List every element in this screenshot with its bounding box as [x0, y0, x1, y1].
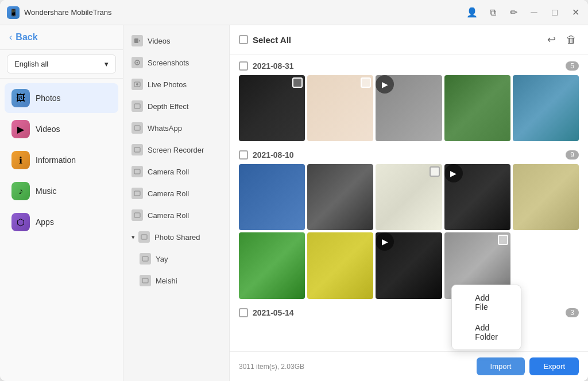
videos-nav-icon: ▶: [11, 120, 30, 138]
date-checkbox-1[interactable]: [239, 61, 248, 71]
photo-shared-expand-icon: ▾: [131, 234, 135, 241]
import-button[interactable]: Import: [477, 357, 525, 375]
date-header-1: 2021-08-31 5: [239, 61, 579, 71]
sidebar-item-music[interactable]: ♪ Music: [5, 176, 118, 206]
photo-thumb[interactable]: [307, 232, 373, 298]
context-menu: Add File Add Folder: [451, 285, 521, 350]
apps-nav-icon: ⬡: [11, 213, 30, 231]
middle-label-camera-roll-3: Camera Roll: [148, 211, 189, 220]
photo-checkbox[interactable]: [361, 77, 371, 88]
screen-recorder-middle-icon: [131, 144, 143, 155]
photo-grid-2b: ▶: [239, 232, 579, 298]
back-label: Back: [16, 32, 37, 42]
photo-thumb[interactable]: [513, 164, 579, 230]
date-header-3: 2021-05-14 3: [239, 308, 579, 317]
add-file-menu-item[interactable]: Add File: [452, 287, 521, 317]
date-section-2: 2021-08-10 9 ▶: [239, 150, 579, 298]
add-folder-menu-item[interactable]: Add Folder: [452, 317, 521, 347]
back-arrow-icon: ‹: [9, 32, 12, 42]
middle-item-camera-roll-1[interactable]: Camera Roll: [123, 161, 229, 182]
middle-item-yay[interactable]: Yay: [131, 248, 229, 270]
date-label-3: 2021-05-14: [253, 308, 294, 317]
photo-thumb[interactable]: [239, 75, 305, 141]
edit-icon[interactable]: ✏: [508, 7, 519, 18]
sidebar-nav: 🖼 Photos ▶ Videos ℹ Information ♪ Music …: [0, 79, 123, 242]
sidebar-item-apps[interactable]: ⬡ Apps: [5, 207, 118, 237]
photo-thumb[interactable]: [376, 164, 442, 230]
close-button[interactable]: ✕: [570, 7, 581, 18]
middle-item-photo-shared[interactable]: ▾ Photo Shared: [123, 226, 229, 248]
select-all-checkbox[interactable]: [239, 35, 248, 44]
svg-point-3: [137, 62, 138, 64]
middle-label-yay: Yay: [156, 255, 168, 263]
export-button[interactable]: Export: [529, 357, 579, 375]
photo-thumb[interactable]: ▶: [376, 232, 442, 298]
middle-item-live-photos[interactable]: Live Photos: [123, 73, 229, 95]
maximize-button[interactable]: □: [549, 7, 560, 18]
photo-checkbox[interactable]: [430, 166, 440, 177]
svg-point-5: [136, 83, 138, 85]
language-dropdown-container: English all ▾: [0, 50, 123, 79]
minimize-button[interactable]: ─: [528, 7, 540, 18]
delete-button[interactable]: 🗑: [564, 31, 579, 48]
svg-rect-7: [134, 126, 140, 130]
footer-info: 3011 item(s), 2.03GB: [239, 363, 304, 371]
photo-grid-1: ▶: [239, 75, 579, 141]
sidebar-item-videos[interactable]: ▶ Videos: [5, 114, 118, 144]
depth-effect-middle-icon: [131, 100, 143, 112]
sidebar-item-information[interactable]: ℹ Information: [5, 145, 118, 175]
toolbar-right: ↩ 🗑: [545, 31, 579, 48]
middle-item-videos[interactable]: Videos: [123, 30, 229, 52]
middle-item-camera-roll-2[interactable]: Camera Roll: [123, 182, 229, 204]
photo-thumb[interactable]: [444, 75, 510, 141]
play-overlay: ▶: [376, 232, 394, 251]
middle-item-meishi[interactable]: Meishi: [131, 270, 229, 291]
photos-nav-icon: 🖼: [11, 89, 30, 107]
play-overlay: ▶: [444, 164, 463, 182]
screenshots-middle-icon: [131, 57, 143, 68]
middle-item-camera-roll-3[interactable]: Camera Roll: [123, 204, 229, 226]
main-content: ‹ Back English all ▾ 🖼 Photos ▶ Videos: [0, 25, 588, 381]
photo-thumb[interactable]: [307, 75, 373, 141]
middle-label-camera-roll-1: Camera Roll: [148, 168, 189, 176]
svg-rect-11: [134, 213, 140, 217]
photo-thumb[interactable]: [513, 75, 579, 141]
app-title: Wondershare MobileTrans: [24, 8, 466, 17]
person-icon[interactable]: 👤: [466, 7, 478, 18]
photo-thumb[interactable]: [239, 232, 305, 298]
sidebar-item-photos[interactable]: 🖼 Photos: [5, 83, 118, 113]
photo-thumb[interactable]: [239, 164, 305, 230]
play-overlay: ▶: [376, 75, 394, 94]
photo-thumb[interactable]: ▶: [376, 75, 442, 141]
photos-content: 2021-08-31 5 ▶: [230, 55, 588, 351]
svg-rect-12: [141, 235, 147, 239]
main-toolbar: Select All ↩ 🗑: [230, 25, 588, 55]
window-icon[interactable]: ⧉: [487, 7, 498, 18]
date-section-3: 2021-05-14 3: [239, 308, 579, 317]
middle-item-depth-effect[interactable]: Depth Effect: [123, 95, 229, 117]
titlebar: 📱 Wondershare MobileTrans 👤 ⧉ ✏ ─ □ ✕: [0, 0, 588, 25]
photo-checkbox[interactable]: [498, 235, 508, 245]
language-dropdown[interactable]: English all ▾: [7, 55, 116, 73]
middle-label-meishi: Meishi: [156, 277, 177, 285]
back-button[interactable]: ‹ Back: [0, 25, 123, 50]
date-checkbox-2[interactable]: [239, 150, 248, 160]
middle-item-screenshots[interactable]: Screenshots: [123, 52, 229, 73]
svg-rect-0: [134, 38, 138, 43]
videos-nav-label: Videos: [36, 125, 60, 134]
footer-buttons: Import Add File Add Folder Export: [477, 357, 579, 375]
middle-item-screen-recorder[interactable]: Screen Recorder: [123, 139, 229, 161]
music-nav-label: Music: [36, 186, 57, 196]
date-label-2: 2021-08-10: [253, 150, 294, 160]
photo-thumb[interactable]: ▶: [444, 164, 510, 230]
photos-nav-label: Photos: [36, 94, 61, 103]
undo-button[interactable]: ↩: [545, 31, 558, 48]
middle-item-whatsapp[interactable]: WhatsApp: [123, 117, 229, 139]
date-checkbox-3[interactable]: [239, 308, 248, 317]
middle-label-whatsapp: WhatsApp: [148, 124, 182, 133]
photo-checkbox[interactable]: [292, 77, 303, 88]
info-nav-icon: ℹ: [11, 151, 30, 169]
photo-thumb[interactable]: [307, 164, 373, 230]
app-window: 📱 Wondershare MobileTrans 👤 ⧉ ✏ ─ □ ✕ ‹ …: [0, 0, 588, 381]
apps-nav-label: Apps: [36, 217, 54, 227]
